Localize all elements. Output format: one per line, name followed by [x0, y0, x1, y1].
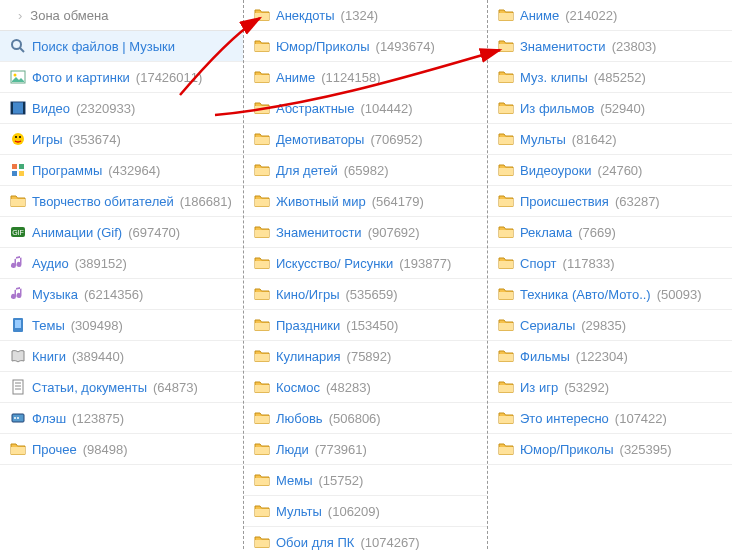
folder-item[interactable]: Искусство/ Рисунки (193877)	[244, 248, 487, 279]
folder-item[interactable]: Для детей (65982)	[244, 155, 487, 186]
folder-label: Кулинария	[276, 349, 341, 364]
folder-label: Праздники	[276, 318, 340, 333]
folder-item[interactable]: Сериалы (29835)	[488, 310, 732, 341]
folder-item[interactable]: Юмор/Приколы (1493674)	[244, 31, 487, 62]
folder-item[interactable]: Мемы (15752)	[244, 465, 487, 496]
breadcrumb: › Зона обмена	[0, 0, 243, 31]
folder-item[interactable]: Реклама (7669)	[488, 217, 732, 248]
folder-count: (1074267)	[360, 535, 419, 550]
sidebar-item[interactable]: GIFАнимации (Gif) (697470)	[0, 217, 243, 248]
folder-icon	[498, 38, 514, 54]
folder-icon	[254, 131, 270, 147]
sidebar-item[interactable]: Фото и картинки (17426011)	[0, 62, 243, 93]
sidebar-item-label: Флэш	[32, 411, 66, 426]
folder-icon	[498, 348, 514, 364]
folder-label: Космос	[276, 380, 320, 395]
folder-item[interactable]: Космос (48283)	[244, 372, 487, 403]
folder-item[interactable]: Видеоуроки (24760)	[488, 155, 732, 186]
gif-icon: GIF	[10, 224, 26, 240]
folder-icon	[254, 162, 270, 178]
folder-count: (153450)	[346, 318, 398, 333]
folder-item[interactable]: Мульты (81642)	[488, 124, 732, 155]
sidebar-item[interactable]: Программы (432964)	[0, 155, 243, 186]
folder-label: Спорт	[520, 256, 557, 271]
search-row[interactable]: Поиск файлов | Музыки	[0, 31, 243, 62]
svg-rect-18	[13, 380, 23, 394]
folder-item[interactable]: Из игр (53292)	[488, 372, 732, 403]
folder-label: Юмор/Приколы	[276, 39, 370, 54]
folder-item[interactable]: Фильмы (122304)	[488, 341, 732, 372]
folder-icon	[254, 100, 270, 116]
folder-label: Фильмы	[520, 349, 570, 364]
folder-item[interactable]: Техника (Авто/Мото..) (50093)	[488, 279, 732, 310]
folder-count: (52940)	[600, 101, 645, 116]
folder-icon	[498, 100, 514, 116]
sidebar-item-label: Книги	[32, 349, 66, 364]
folder-item[interactable]: Знаменитости (907692)	[244, 217, 487, 248]
sidebar-item-label: Творчество обитателей	[32, 194, 174, 209]
sidebar-item[interactable]: Музыка (6214356)	[0, 279, 243, 310]
folder-item[interactable]: Аниме (214022)	[488, 0, 732, 31]
sidebar-item-label: Прочее	[32, 442, 77, 457]
folder-count: (564179)	[372, 194, 424, 209]
sidebar-item[interactable]: Темы (309498)	[0, 310, 243, 341]
folder-count: (24760)	[598, 163, 643, 178]
folder-item[interactable]: Праздники (153450)	[244, 310, 487, 341]
folder-count: (53292)	[564, 380, 609, 395]
folder-count: (48283)	[326, 380, 371, 395]
sidebar-item[interactable]: Флэш (123875)	[0, 403, 243, 434]
sidebar-item[interactable]: Аудио (389152)	[0, 248, 243, 279]
sidebar-item[interactable]: Игры (353674)	[0, 124, 243, 155]
breadcrumb-label: Зона обмена	[30, 8, 108, 23]
folder-item[interactable]: Демотиваторы (706952)	[244, 124, 487, 155]
folder-icon	[498, 193, 514, 209]
folder-item[interactable]: Кулинария (75892)	[244, 341, 487, 372]
folder-icon	[254, 472, 270, 488]
folder-icon	[498, 286, 514, 302]
folder-icon	[254, 410, 270, 426]
folder-item[interactable]: Это интересно (107422)	[488, 403, 732, 434]
sidebar-item[interactable]: Видео (2320933)	[0, 93, 243, 124]
folder-count: (75892)	[347, 349, 392, 364]
sidebar-item-label: Темы	[32, 318, 65, 333]
folder-item[interactable]: Происшествия (63287)	[488, 186, 732, 217]
folder-item[interactable]: Аниме (1124158)	[244, 62, 487, 93]
folder-count: (706952)	[370, 132, 422, 147]
apps-icon	[10, 162, 26, 178]
folder-item[interactable]: Из фильмов (52940)	[488, 93, 732, 124]
folder-item[interactable]: Анекдоты (1324)	[244, 0, 487, 31]
folder-label: Искусство/ Рисунки	[276, 256, 393, 271]
folder-label: Демотиваторы	[276, 132, 364, 147]
folder-item[interactable]: Мульты (106209)	[244, 496, 487, 527]
sidebar-item-count: (123875)	[72, 411, 124, 426]
folder-label: Для детей	[276, 163, 338, 178]
sidebar-item[interactable]: Творчество обитателей (186681)	[0, 186, 243, 217]
folder-icon	[254, 379, 270, 395]
folder-label: Сериалы	[520, 318, 575, 333]
folder-icon	[498, 7, 514, 23]
sidebar-item[interactable]: Прочее (98498)	[0, 434, 243, 465]
folder-item[interactable]: Обои для ПК (1074267)	[244, 527, 487, 550]
folder-icon	[498, 317, 514, 333]
svg-point-3	[14, 74, 17, 77]
folder-icon	[498, 162, 514, 178]
folder-label: Аниме	[276, 70, 315, 85]
folder-item[interactable]: Знаменитости (23803)	[488, 31, 732, 62]
svg-rect-5	[11, 102, 13, 114]
svg-point-23	[14, 417, 16, 419]
sidebar-item[interactable]: Книги (389440)	[0, 341, 243, 372]
folder-item[interactable]: Спорт (117833)	[488, 248, 732, 279]
sidebar-item-label: Видео	[32, 101, 70, 116]
folder-item[interactable]: Любовь (506806)	[244, 403, 487, 434]
folder-item[interactable]: Муз. клипы (485252)	[488, 62, 732, 93]
sidebar-item[interactable]: Статьи, документы (64873)	[0, 372, 243, 403]
folder-item[interactable]: Кино/Игры (535659)	[244, 279, 487, 310]
folder-item[interactable]: Юмор/Приколы (325395)	[488, 434, 732, 465]
folder-item[interactable]: Абстрактные (104442)	[244, 93, 487, 124]
themes-icon	[10, 317, 26, 333]
sidebar-item-count: (432964)	[108, 163, 160, 178]
folder-item[interactable]: Люди (773961)	[244, 434, 487, 465]
folder-item[interactable]: Животный мир (564179)	[244, 186, 487, 217]
sidebar-item-label: Программы	[32, 163, 102, 178]
folder-count: (122304)	[576, 349, 628, 364]
